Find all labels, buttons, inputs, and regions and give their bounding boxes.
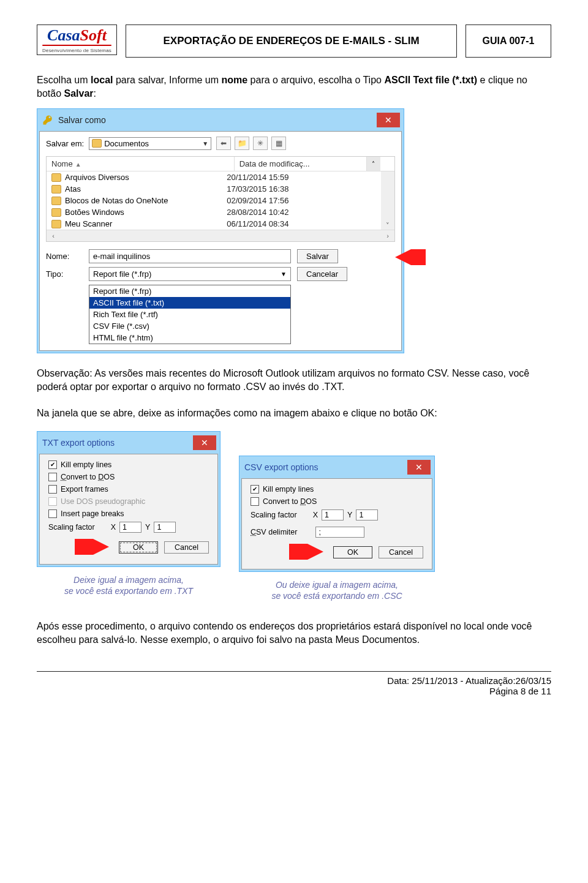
- col-name[interactable]: Nome▲: [47, 157, 235, 171]
- ok-button[interactable]: OK: [119, 541, 158, 554]
- file-date: 06/11/2014 08:34: [227, 219, 376, 228]
- type-option[interactable]: CSV File (*.csv): [89, 320, 290, 332]
- red-arrow-icon: [75, 539, 109, 557]
- csv-delim-input[interactable]: ;: [315, 527, 364, 538]
- checkbox-use-pseudo: [48, 497, 57, 506]
- file-name: Botões Windows: [65, 208, 124, 217]
- kill-empty-label: Kill empty lines: [61, 460, 111, 469]
- scroll-right-button[interactable]: ›: [381, 230, 394, 241]
- y-label: Y: [347, 511, 352, 519]
- use-pseudo-label: Use DOS pseudographic: [61, 497, 145, 506]
- scroll-left-button[interactable]: ‹: [47, 230, 60, 241]
- folder-dropdown[interactable]: Documentos ▼: [89, 137, 211, 150]
- csv-export-dialog: CSV export options ✕ ✔Kill empty lines C…: [239, 456, 435, 572]
- file-name: Blocos de Notas do OneNote: [65, 196, 168, 205]
- view-button[interactable]: ▦: [271, 137, 286, 150]
- checkbox-kill-empty[interactable]: ✔: [251, 485, 259, 494]
- file-date: 17/03/2015 16:38: [227, 184, 376, 194]
- table-row[interactable]: Arquivos Diversos20/11/2014 15:59: [47, 171, 381, 183]
- checkbox-convert-dos[interactable]: [48, 473, 57, 481]
- nome-label: Nome:: [46, 252, 83, 261]
- up-folder-button[interactable]: 📁: [235, 137, 249, 150]
- type-selected: Report file (*.frp): [93, 269, 151, 279]
- convert-dos-label: Convert to DOS: [263, 497, 317, 506]
- type-option[interactable]: Report file (*.frp): [89, 285, 290, 297]
- file-date: 02/09/2014 17:56: [227, 196, 376, 205]
- file-name: Meu Scanner: [65, 219, 112, 228]
- y-input[interactable]: 1: [356, 509, 378, 520]
- type-dropdown[interactable]: Report file (*.frp) ▼: [89, 267, 291, 281]
- scroll-up-button[interactable]: ˄: [367, 157, 380, 171]
- back-button[interactable]: ⬅: [216, 137, 231, 150]
- kill-empty-label: Kill empty lines: [263, 485, 314, 494]
- chevron-down-icon: ▼: [202, 140, 208, 147]
- table-row[interactable]: Atas17/03/2015 16:38: [47, 183, 381, 195]
- scroll-down-button[interactable]: ˅: [381, 171, 394, 230]
- type-option[interactable]: HTML file (*.htm): [89, 332, 290, 344]
- x-input[interactable]: 1: [119, 522, 141, 533]
- y-label: Y: [145, 523, 150, 532]
- file-date: 20/11/2014 15:59: [227, 173, 376, 182]
- filename-input[interactable]: e-mail inquilinos: [89, 249, 291, 263]
- doc-guide: GUIA 007-1: [466, 24, 551, 58]
- close-button[interactable]: ✕: [193, 435, 216, 450]
- logo-text: CasaSoft: [42, 28, 111, 43]
- convert-dos-label: CConvert to DOSonvert to DOS: [61, 473, 115, 481]
- checkbox-convert-dos[interactable]: [251, 497, 259, 506]
- x-label: X: [313, 511, 318, 519]
- svg-marker-1: [75, 539, 109, 555]
- save-as-dialog: Salvar como ✕ Salvar em: Documentos ▼ ⬅ …: [37, 108, 404, 353]
- checkbox-insert-breaks[interactable]: [48, 509, 57, 518]
- salvar-em-label: Salvar em:: [46, 139, 84, 148]
- table-row[interactable]: Meu Scanner06/11/2014 08:34: [47, 218, 381, 230]
- folder-icon: [51, 197, 61, 205]
- txt-caption: Deixe igual a imagem acima, se você está…: [64, 574, 193, 596]
- file-date: 28/08/2014 10:42: [227, 208, 376, 217]
- file-name: Arquivos Diversos: [65, 173, 129, 182]
- csv-delim-label: CSV delimiter: [251, 528, 297, 536]
- csv-dialog-title: CSV export options: [244, 462, 407, 472]
- red-arrow-icon: [395, 249, 426, 265]
- folder-icon: [51, 208, 61, 217]
- folder-icon: [51, 173, 61, 182]
- table-row[interactable]: Blocos de Notas do OneNote02/09/2014 17:…: [47, 195, 381, 206]
- tipo-label: Tipo:: [46, 269, 83, 279]
- cancelar-button[interactable]: Cancelar: [297, 267, 347, 281]
- y-input[interactable]: 1: [154, 522, 176, 533]
- after-paragraph: Após esse procedimento, o arquivo conten…: [37, 620, 551, 646]
- red-arrow-icon: [289, 544, 323, 562]
- svg-marker-2: [289, 544, 323, 560]
- checkbox-export-frames[interactable]: [48, 485, 57, 494]
- salvar-button[interactable]: Salvar: [297, 249, 338, 263]
- note-paragraph: Na janela que se abre, deixe as informaç…: [37, 407, 551, 420]
- folder-icon: [51, 220, 61, 228]
- close-button[interactable]: ✕: [407, 460, 431, 475]
- x-label: X: [111, 523, 116, 532]
- folder-current: Documentos: [104, 139, 149, 148]
- type-option[interactable]: ASCII Text file (*.txt): [89, 297, 290, 309]
- logo-subtitle: Desenvolvimento de Sistemas: [42, 48, 111, 53]
- table-row[interactable]: Botões Windows28/08/2014 10:42: [47, 206, 381, 218]
- type-option[interactable]: Rich Text file (*.rtf): [89, 309, 290, 320]
- doc-title: EXPORTAÇÃO DE ENDEREÇOS DE E-MAILS - SLI…: [126, 24, 457, 58]
- observacao-paragraph: Observação: As versões mais recentes do …: [37, 367, 551, 393]
- cancel-button[interactable]: Cancel: [379, 546, 423, 558]
- cancel-button[interactable]: Cancel: [164, 541, 209, 554]
- scrollbar-horizontal[interactable]: [60, 230, 381, 241]
- insert-breaks-label: Insert page breaks: [61, 509, 124, 518]
- close-button[interactable]: ✕: [377, 113, 400, 127]
- svg-marker-0: [395, 249, 426, 265]
- new-folder-button[interactable]: ✳: [253, 137, 268, 150]
- export-frames-label: Export frames: [61, 485, 108, 494]
- file-name: Atas: [65, 184, 81, 194]
- checkbox-kill-empty[interactable]: ✔: [48, 460, 57, 469]
- x-input[interactable]: 1: [322, 509, 344, 520]
- sort-asc-icon: ▲: [75, 161, 81, 168]
- txt-export-dialog: TXT export options ✕ ✔Kill empty lines C…: [37, 431, 221, 567]
- intro-paragraph: Escolha um local para salvar, Informe um…: [37, 73, 551, 100]
- ok-button[interactable]: OK: [333, 546, 372, 558]
- key-icon: [42, 115, 53, 126]
- type-options-list: Report file (*.frp)ASCII Text file (*.tx…: [89, 285, 291, 344]
- col-date[interactable]: Data de modificaç...: [235, 157, 367, 171]
- scaling-label: Scaling factor: [251, 511, 297, 519]
